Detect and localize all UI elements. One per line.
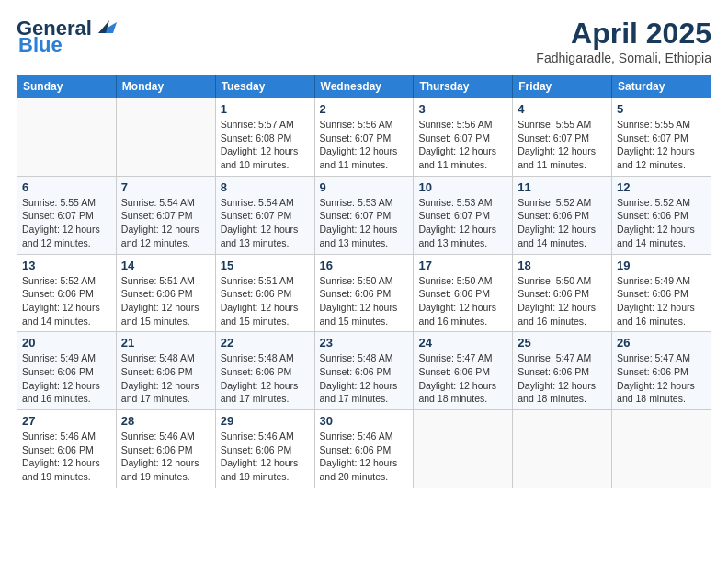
calendar-cell: 10Sunrise: 5:53 AM Sunset: 6:07 PM Dayli… <box>414 176 513 254</box>
day-number: 22 <box>221 336 310 350</box>
calendar-cell: 13Sunrise: 5:52 AM Sunset: 6:06 PM Dayli… <box>17 254 117 332</box>
day-number: 2 <box>320 102 409 116</box>
day-number: 13 <box>22 259 111 272</box>
day-info: Sunrise: 5:47 AM Sunset: 6:06 PM Dayligh… <box>518 351 607 406</box>
day-header-friday: Friday <box>513 75 612 98</box>
day-number: 8 <box>221 180 310 194</box>
day-info: Sunrise: 5:56 AM Sunset: 6:07 PM Dayligh… <box>320 118 409 172</box>
day-info: Sunrise: 5:48 AM Sunset: 6:06 PM Dayligh… <box>221 351 310 406</box>
day-info: Sunrise: 5:53 AM Sunset: 6:07 PM Dayligh… <box>418 196 507 250</box>
day-info: Sunrise: 5:53 AM Sunset: 6:07 PM Dayligh… <box>320 196 409 250</box>
calendar-cell: 28Sunrise: 5:46 AM Sunset: 6:06 PM Dayli… <box>116 410 215 488</box>
calendar-cell: 3Sunrise: 5:56 AM Sunset: 6:07 PM Daylig… <box>414 98 513 177</box>
calendar-cell: 5Sunrise: 5:55 AM Sunset: 6:07 PM Daylig… <box>612 98 711 177</box>
logo-icon <box>93 17 119 37</box>
day-number: 28 <box>121 414 210 428</box>
day-number: 23 <box>320 336 409 350</box>
day-info: Sunrise: 5:48 AM Sunset: 6:06 PM Dayligh… <box>121 351 210 406</box>
title-block: April 2025 Fadhigaradle, Somali, Ethiopi… <box>536 17 711 65</box>
day-info: Sunrise: 5:49 AM Sunset: 6:06 PM Dayligh… <box>617 274 706 328</box>
calendar-cell: 23Sunrise: 5:48 AM Sunset: 6:06 PM Dayli… <box>314 332 414 410</box>
day-info: Sunrise: 5:46 AM Sunset: 6:06 PM Dayligh… <box>221 430 310 484</box>
calendar-cell: 20Sunrise: 5:49 AM Sunset: 6:06 PM Dayli… <box>17 332 117 410</box>
calendar-cell: 29Sunrise: 5:46 AM Sunset: 6:06 PM Dayli… <box>215 410 314 488</box>
day-number: 14 <box>121 259 210 272</box>
day-number: 1 <box>221 102 310 116</box>
day-number: 7 <box>121 180 210 194</box>
calendar-cell: 14Sunrise: 5:51 AM Sunset: 6:06 PM Dayli… <box>116 254 215 332</box>
calendar-cell: 22Sunrise: 5:48 AM Sunset: 6:06 PM Dayli… <box>215 332 314 410</box>
day-number: 25 <box>518 336 607 350</box>
day-number: 20 <box>22 336 111 350</box>
calendar-table: SundayMondayTuesdayWednesdayThursdayFrid… <box>17 75 711 488</box>
calendar-cell: 4Sunrise: 5:55 AM Sunset: 6:07 PM Daylig… <box>513 98 612 177</box>
calendar-cell: 18Sunrise: 5:50 AM Sunset: 6:06 PM Dayli… <box>513 254 612 332</box>
day-header-tuesday: Tuesday <box>215 75 314 98</box>
day-header-saturday: Saturday <box>612 75 711 98</box>
calendar-week-4: 20Sunrise: 5:49 AM Sunset: 6:06 PM Dayli… <box>17 332 711 410</box>
calendar-cell: 19Sunrise: 5:49 AM Sunset: 6:06 PM Dayli… <box>612 254 711 332</box>
day-number: 4 <box>518 102 607 116</box>
day-info: Sunrise: 5:49 AM Sunset: 6:06 PM Dayligh… <box>22 351 111 406</box>
logo-blue: Blue <box>18 33 63 57</box>
day-info: Sunrise: 5:50 AM Sunset: 6:06 PM Dayligh… <box>418 274 507 328</box>
day-number: 3 <box>418 102 507 116</box>
calendar-week-1: 1Sunrise: 5:57 AM Sunset: 6:08 PM Daylig… <box>17 98 711 177</box>
day-header-sunday: Sunday <box>17 75 117 98</box>
day-info: Sunrise: 5:50 AM Sunset: 6:06 PM Dayligh… <box>518 274 607 328</box>
day-info: Sunrise: 5:52 AM Sunset: 6:06 PM Dayligh… <box>617 196 706 250</box>
day-header-wednesday: Wednesday <box>314 75 414 98</box>
day-number: 5 <box>617 102 706 116</box>
day-number: 15 <box>221 259 310 272</box>
day-info: Sunrise: 5:47 AM Sunset: 6:06 PM Dayligh… <box>418 351 507 406</box>
day-number: 9 <box>320 180 409 194</box>
calendar-week-5: 27Sunrise: 5:46 AM Sunset: 6:06 PM Dayli… <box>17 410 711 488</box>
day-number: 6 <box>22 180 111 194</box>
day-info: Sunrise: 5:55 AM Sunset: 6:07 PM Dayligh… <box>518 118 607 172</box>
day-number: 29 <box>221 414 310 428</box>
calendar-cell: 24Sunrise: 5:47 AM Sunset: 6:06 PM Dayli… <box>414 332 513 410</box>
day-info: Sunrise: 5:54 AM Sunset: 6:07 PM Dayligh… <box>121 196 210 250</box>
day-info: Sunrise: 5:51 AM Sunset: 6:06 PM Dayligh… <box>221 274 310 328</box>
calendar-cell: 16Sunrise: 5:50 AM Sunset: 6:06 PM Dayli… <box>314 254 414 332</box>
calendar-cell: 7Sunrise: 5:54 AM Sunset: 6:07 PM Daylig… <box>116 176 215 254</box>
day-number: 26 <box>617 336 706 350</box>
day-info: Sunrise: 5:51 AM Sunset: 6:06 PM Dayligh… <box>121 274 210 328</box>
calendar-week-2: 6Sunrise: 5:55 AM Sunset: 6:07 PM Daylig… <box>17 176 711 254</box>
header: General Blue April 2025 Fadhigaradle, So… <box>17 17 711 65</box>
day-info: Sunrise: 5:46 AM Sunset: 6:06 PM Dayligh… <box>121 430 210 484</box>
calendar-cell: 2Sunrise: 5:56 AM Sunset: 6:07 PM Daylig… <box>314 98 414 177</box>
page-subtitle: Fadhigaradle, Somali, Ethiopia <box>536 51 711 65</box>
day-info: Sunrise: 5:54 AM Sunset: 6:07 PM Dayligh… <box>221 196 310 250</box>
day-number: 10 <box>418 180 507 194</box>
calendar-cell: 12Sunrise: 5:52 AM Sunset: 6:06 PM Dayli… <box>612 176 711 254</box>
day-number: 16 <box>320 259 409 272</box>
day-number: 30 <box>320 414 409 428</box>
day-info: Sunrise: 5:56 AM Sunset: 6:07 PM Dayligh… <box>418 118 507 172</box>
calendar-cell: 17Sunrise: 5:50 AM Sunset: 6:06 PM Dayli… <box>414 254 513 332</box>
day-info: Sunrise: 5:48 AM Sunset: 6:06 PM Dayligh… <box>320 351 409 406</box>
calendar-cell: 21Sunrise: 5:48 AM Sunset: 6:06 PM Dayli… <box>116 332 215 410</box>
day-number: 17 <box>418 259 507 272</box>
calendar-cell <box>116 98 215 177</box>
day-info: Sunrise: 5:47 AM Sunset: 6:06 PM Dayligh… <box>617 351 706 406</box>
calendar-cell: 26Sunrise: 5:47 AM Sunset: 6:06 PM Dayli… <box>612 332 711 410</box>
day-number: 24 <box>418 336 507 350</box>
calendar-cell: 30Sunrise: 5:46 AM Sunset: 6:06 PM Dayli… <box>314 410 414 488</box>
calendar-cell: 11Sunrise: 5:52 AM Sunset: 6:06 PM Dayli… <box>513 176 612 254</box>
day-header-thursday: Thursday <box>414 75 513 98</box>
calendar-cell: 9Sunrise: 5:53 AM Sunset: 6:07 PM Daylig… <box>314 176 414 254</box>
day-number: 19 <box>617 259 706 272</box>
day-info: Sunrise: 5:52 AM Sunset: 6:06 PM Dayligh… <box>22 274 111 328</box>
calendar-cell <box>17 98 117 177</box>
page-title: April 2025 <box>536 17 711 51</box>
calendar-cell <box>612 410 711 488</box>
day-info: Sunrise: 5:46 AM Sunset: 6:06 PM Dayligh… <box>320 430 409 484</box>
day-info: Sunrise: 5:55 AM Sunset: 6:07 PM Dayligh… <box>617 118 706 172</box>
day-info: Sunrise: 5:52 AM Sunset: 6:06 PM Dayligh… <box>518 196 607 250</box>
day-header-monday: Monday <box>116 75 215 98</box>
calendar-cell: 8Sunrise: 5:54 AM Sunset: 6:07 PM Daylig… <box>215 176 314 254</box>
day-info: Sunrise: 5:46 AM Sunset: 6:06 PM Dayligh… <box>22 430 111 484</box>
calendar-week-3: 13Sunrise: 5:52 AM Sunset: 6:06 PM Dayli… <box>17 254 711 332</box>
day-number: 18 <box>518 259 607 272</box>
